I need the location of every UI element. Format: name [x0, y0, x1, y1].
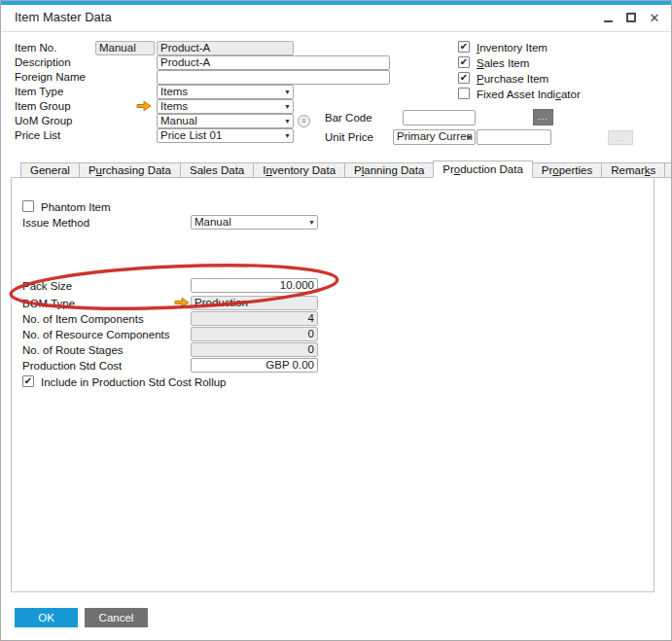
bom-type-link-arrow-icon[interactable]: [174, 297, 190, 308]
route-stages-field: 0: [191, 342, 318, 357]
item-no-label: Item No.: [15, 42, 56, 53]
production-std-cost-label: Production Std Cost: [22, 360, 122, 372]
item-group-link-arrow-icon[interactable]: [136, 100, 152, 112]
production-std-cost-field[interactable]: GBP 0.00: [191, 358, 318, 373]
window-accent-bar: [1, 1, 671, 5]
bar-code-ellipsis-button[interactable]: ...: [533, 109, 553, 125]
minimize-button[interactable]: [601, 11, 615, 24]
inventory-item-checkbox[interactable]: [458, 41, 470, 53]
item-components-label: No. of Item Components: [22, 313, 144, 325]
unit-price-field[interactable]: [477, 129, 551, 145]
bom-type-label: BOM Type: [22, 298, 75, 309]
item-no-mode-selector[interactable]: Manual: [95, 41, 155, 55]
pack-size-label: Pack Size: [22, 280, 72, 292]
route-stages-label: No. of Route Stages: [22, 344, 124, 356]
tab-properties[interactable]: Properties: [532, 162, 602, 178]
unit-price-currency-value: Primary Curren: [397, 130, 473, 142]
chevron-down-icon: ▼: [284, 118, 291, 125]
window-title: Item Master Data: [15, 10, 112, 24]
bar-code-label: Bar Code: [325, 112, 372, 124]
item-components-field: 4: [191, 311, 318, 326]
item-master-data-window: Item Master Data ✕ Item No. Description …: [0, 0, 672, 641]
std-cost-rollup-label: Include in Production Std Cost Rollup: [41, 376, 227, 388]
item-group-value: Items: [160, 100, 188, 112]
sales-item-label: Sales Item: [477, 57, 529, 69]
foreign-name-field[interactable]: [157, 70, 390, 85]
item-type-label: Item Type: [15, 86, 63, 97]
tab-attachments[interactable]: Attachments: [664, 162, 672, 178]
maximize-icon: [626, 13, 636, 22]
tab-production-data[interactable]: Production Data: [433, 160, 532, 178]
description-label: Description: [15, 56, 71, 68]
resource-components-label: No. of Resource Components: [22, 329, 170, 340]
close-button[interactable]: ✕: [648, 11, 661, 24]
unit-price-label: Unit Price: [325, 131, 373, 143]
item-type-value: Items: [160, 86, 188, 97]
foreign-name-label: Foreign Name: [15, 71, 86, 83]
chevron-down-icon: ▼: [284, 132, 291, 140]
price-list-label: Price List: [15, 129, 60, 141]
item-group-label: Item Group: [15, 100, 71, 112]
uom-group-value: Manual: [160, 115, 197, 126]
tab-purchasing-data[interactable]: Purchasing Data: [79, 162, 181, 178]
item-no-field: Product-A: [157, 41, 294, 55]
window-controls: ✕: [601, 11, 661, 24]
price-list-value: Price List 01: [160, 129, 222, 141]
issue-method-value: Manual: [195, 216, 231, 228]
uom-group-detail-icon[interactable]: ≡: [298, 115, 310, 127]
ok-button[interactable]: OK: [15, 608, 78, 627]
cancel-button[interactable]: Cancel: [85, 608, 148, 627]
bar-code-field[interactable]: [403, 110, 476, 125]
item-type-dropdown[interactable]: Items ▼: [157, 85, 294, 99]
tab-remarks[interactable]: Remarks: [601, 162, 665, 178]
inventory-item-label: Inventory Item: [477, 42, 548, 53]
unit-price-currency-dropdown[interactable]: Primary Curren ▼: [393, 129, 476, 145]
issue-method-dropdown[interactable]: Manual ▼: [191, 215, 318, 230]
title-separator: [1, 31, 671, 32]
chevron-down-icon: ▼: [284, 103, 291, 111]
purchase-item-checkbox[interactable]: [458, 72, 470, 84]
tab-inventory-data[interactable]: Inventory Data: [253, 162, 345, 178]
sales-item-checkbox[interactable]: [458, 56, 470, 68]
minimize-icon: [604, 20, 613, 22]
tab-general[interactable]: General: [20, 162, 80, 178]
item-group-dropdown[interactable]: Items ▼: [157, 99, 294, 114]
phantom-item-label: Phantom Item: [41, 201, 111, 213]
fixed-asset-indicator-checkbox[interactable]: [458, 88, 470, 99]
uom-group-dropdown[interactable]: Manual ▼: [157, 114, 294, 128]
chevron-down-icon: ▼: [284, 89, 291, 96]
unit-price-ellipsis-button[interactable]: ...: [608, 130, 633, 145]
fixed-asset-indicator-label: Fixed Asset Indicator: [477, 89, 581, 100]
description-field[interactable]: Product-A: [157, 55, 390, 70]
bom-type-field: Production: [191, 296, 318, 310]
purchase-item-label: Purchase Item: [477, 73, 548, 85]
issue-method-label: Issue Method: [22, 217, 89, 229]
resource-components-field: 0: [191, 327, 318, 341]
maximize-button[interactable]: [624, 11, 638, 24]
tab-sales-data[interactable]: Sales Data: [180, 162, 254, 178]
std-cost-rollup-checkbox[interactable]: [22, 375, 34, 387]
tab-planning-data[interactable]: Planning Data: [344, 162, 434, 178]
phantom-item-checkbox[interactable]: [22, 200, 34, 212]
tab-strip: General Purchasing Data Sales Data Inven…: [20, 160, 672, 178]
price-list-dropdown[interactable]: Price List 01 ▼: [157, 128, 294, 143]
uom-group-label: UoM Group: [15, 115, 72, 126]
chevron-down-icon: ▼: [466, 134, 473, 142]
chevron-down-icon: ▼: [308, 219, 315, 227]
pack-size-field[interactable]: 10.000: [191, 278, 318, 293]
